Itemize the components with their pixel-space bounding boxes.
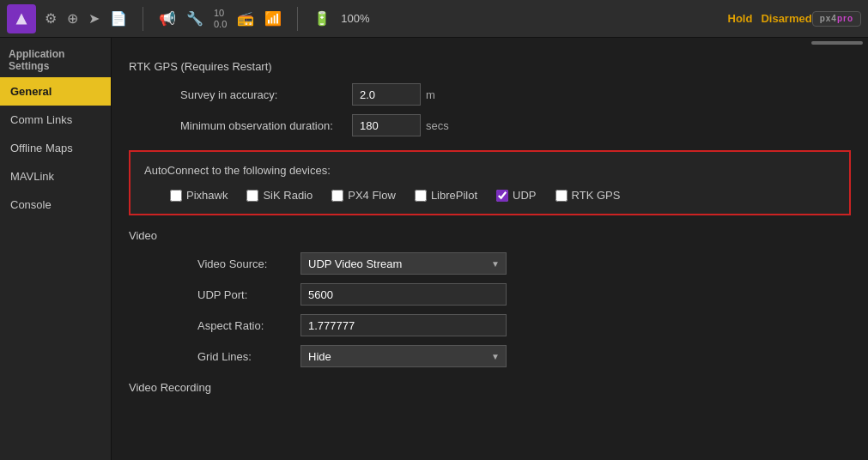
separator-2 (297, 7, 298, 31)
signal-bars-icon: 📶 (264, 10, 282, 27)
sidebar-title: Application Settings (0, 41, 111, 77)
px4-logo: px4pro (812, 11, 861, 27)
autoconnect-checkboxes: Pixhawk SiK Radio PX4 Flow LibrePilot (144, 189, 835, 202)
min-obs-input[interactable] (352, 114, 421, 136)
send-icon[interactable]: ➤ (88, 10, 100, 27)
checkbox-librepilot-input[interactable] (415, 190, 427, 202)
survey-accuracy-label: Survey in accuracy: (180, 88, 352, 101)
rtk-gps-section: RTK GPS (Requires Restart) Survey in acc… (129, 60, 851, 136)
signal-value: 10 0.0 (214, 8, 227, 28)
grid-lines-label: Grid Lines: (197, 350, 300, 363)
toolbar: ⚙ ⊕ ➤ 📄 📢 🔧 10 0.0 📻 📶 🔋 100% Hold Disar… (0, 0, 868, 38)
video-source-wrapper: UDP Video Stream RTSP Video Stream TCP-M… (300, 252, 507, 275)
sidebar-item-general[interactable]: General (0, 77, 111, 106)
checkbox-px4-flow[interactable]: PX4 Flow (331, 189, 396, 202)
min-obs-unit: secs (426, 119, 449, 132)
rtk-gps-title: RTK GPS (Requires Restart) (129, 60, 851, 73)
sidebar-item-offline-maps[interactable]: Offline Maps (0, 134, 111, 162)
survey-accuracy-unit: m (426, 88, 435, 101)
survey-accuracy-input[interactable] (352, 83, 421, 106)
checkbox-pixhawk-input[interactable] (170, 190, 182, 202)
video-source-select[interactable]: UDP Video Stream RTSP Video Stream TCP-M… (300, 252, 507, 275)
toolbar-status: Hold Disarmed (728, 12, 812, 25)
location-icon[interactable]: ⊕ (67, 10, 78, 27)
video-title: Video (129, 229, 851, 242)
udp-port-label: UDP Port: (197, 288, 300, 301)
main-layout: Application Settings General Comm Links … (0, 38, 868, 460)
app-logo[interactable] (7, 4, 36, 33)
checkbox-librepilot[interactable]: LibrePilot (415, 189, 477, 202)
min-obs-label: Minimum observation duration: (180, 119, 352, 132)
video-source-row: Video Source: UDP Video Stream RTSP Vide… (197, 252, 851, 275)
sidebar-item-console[interactable]: Console (0, 191, 111, 219)
sidebar: Application Settings General Comm Links … (0, 38, 112, 460)
checkbox-px4-flow-input[interactable] (331, 190, 343, 202)
checkbox-rtk-gps-label: RTK GPS (572, 189, 621, 202)
grid-lines-wrapper: Hide Show ▼ (300, 345, 507, 367)
video-source-label: Video Source: (197, 257, 300, 270)
separator-1 (143, 7, 143, 31)
udp-port-row: UDP Port: (197, 283, 851, 306)
gear-icon[interactable]: ⚙ (45, 10, 57, 27)
checkbox-pixhawk-label: Pixhawk (186, 189, 228, 202)
video-recording-title: Video Recording (129, 381, 851, 394)
checkbox-udp[interactable]: UDP (496, 189, 536, 202)
checkbox-sik-radio-label: SiK Radio (263, 189, 313, 202)
speaker-icon[interactable]: 📢 (159, 10, 176, 27)
sidebar-item-comm-links[interactable]: Comm Links (0, 106, 111, 134)
checkbox-udp-input[interactable] (496, 190, 508, 202)
checkbox-sik-radio[interactable]: SiK Radio (246, 189, 313, 202)
grid-lines-select[interactable]: Hide Show (300, 345, 507, 367)
scroll-thumb (811, 41, 863, 45)
checkbox-udp-label: UDP (513, 189, 536, 202)
toolbar-icons: ⚙ ⊕ ➤ 📄 📢 🔧 10 0.0 📻 📶 🔋 100% (45, 7, 728, 31)
checkbox-pixhawk[interactable]: Pixhawk (170, 189, 228, 202)
checkbox-sik-radio-input[interactable] (246, 190, 258, 202)
checkbox-rtk-gps-input[interactable] (555, 190, 568, 202)
min-obs-row: Minimum observation duration: secs (180, 114, 851, 136)
radio-icon[interactable]: 📻 (237, 10, 254, 27)
survey-accuracy-row: Survey in accuracy: m (180, 83, 851, 106)
content-inner: RTK GPS (Requires Restart) Survey in acc… (112, 45, 868, 425)
scroll-indicator (112, 38, 868, 45)
aspect-ratio-row: Aspect Ratio: (197, 314, 851, 336)
battery-icon: 🔋 (313, 10, 331, 27)
checkbox-rtk-gps[interactable]: RTK GPS (555, 189, 621, 202)
checkbox-librepilot-label: LibrePilot (431, 189, 477, 202)
checkbox-px4-flow-label: PX4 Flow (348, 189, 396, 202)
wrench-icon[interactable]: 🔧 (186, 10, 203, 27)
aspect-ratio-input[interactable] (300, 314, 507, 336)
udp-port-input[interactable] (300, 283, 507, 306)
document-icon[interactable]: 📄 (110, 10, 127, 27)
autoconnect-title: AutoConnect to the following devices: (144, 164, 835, 177)
aspect-ratio-label: Aspect Ratio: (197, 319, 300, 332)
autoconnect-box: AutoConnect to the following devices: Pi… (129, 150, 851, 215)
grid-lines-row: Grid Lines: Hide Show ▼ (197, 345, 851, 367)
status-hold: Hold (728, 12, 753, 25)
content-area: RTK GPS (Requires Restart) Survey in acc… (112, 38, 868, 460)
video-recording-section: Video Recording (129, 381, 851, 394)
battery-level: 100% (341, 12, 369, 25)
video-section: Video Video Source: UDP Video Stream RTS… (129, 229, 851, 367)
sidebar-item-mavlink[interactable]: MAVLink (0, 162, 111, 191)
status-disarmed: Disarmed (761, 12, 811, 25)
